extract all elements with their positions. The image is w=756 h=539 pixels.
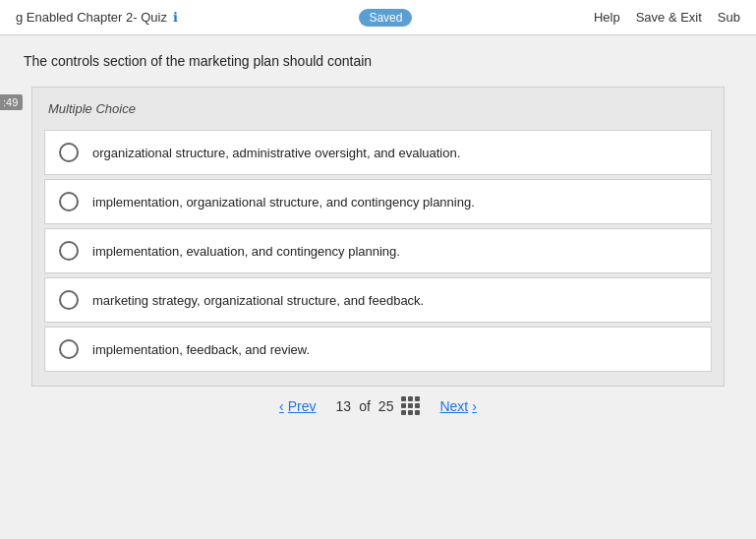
radio-d[interactable] [59, 290, 79, 310]
bottom-nav: ‹ Prev 13 of 25 Next › [0, 387, 756, 421]
prev-arrow-icon: ‹ [279, 398, 284, 414]
option-d[interactable]: marketing strategy, organizational struc… [44, 277, 712, 323]
top-bar: g Enabled Chapter 2- Quiz ℹ Saved Help S… [0, 0, 756, 35]
grid-menu-icon[interactable] [401, 396, 420, 415]
option-e-text: implementation, feedback, and review. [92, 342, 310, 357]
next-label: Next [439, 398, 468, 414]
help-button[interactable]: Help [594, 10, 620, 25]
radio-c[interactable] [59, 241, 79, 261]
option-b-text: implementation, organizational structure… [92, 195, 475, 210]
saved-badge: Saved [359, 9, 412, 27]
quiz-card: Multiple Choice organizational structure… [31, 87, 725, 387]
radio-e[interactable] [59, 339, 79, 359]
radio-a[interactable] [59, 143, 79, 162]
info-icon[interactable]: ℹ [173, 10, 178, 25]
save-exit-button[interactable]: Save & Exit [636, 10, 702, 25]
next-button[interactable]: Next › [439, 398, 476, 414]
option-a[interactable]: organizational structure, administrative… [44, 130, 712, 175]
question-section: The controls section of the marketing pl… [0, 35, 756, 87]
prev-button[interactable]: ‹ Prev [279, 398, 316, 414]
breadcrumb-area: g Enabled Chapter 2- Quiz ℹ [16, 10, 178, 25]
submit-button[interactable]: Sub [718, 10, 740, 25]
timer-badge: :49 [0, 94, 23, 110]
option-b[interactable]: implementation, organizational structure… [44, 179, 712, 224]
option-e[interactable]: implementation, feedback, and review. [44, 327, 712, 372]
saved-area: Saved [359, 9, 412, 27]
radio-b[interactable] [59, 192, 79, 211]
top-actions: Help Save & Exit Sub [594, 10, 740, 25]
option-d-text: marketing strategy, organizational struc… [92, 293, 424, 308]
total-pages: 25 [378, 398, 394, 414]
breadcrumb-text: g Enabled Chapter 2- Quiz [16, 10, 167, 25]
option-c[interactable]: implementation, evaluation, and continge… [44, 228, 712, 273]
page-info: 13 of 25 [336, 396, 421, 415]
option-a-text: organizational structure, administrative… [92, 146, 460, 160]
question-text: The controls section of the marketing pl… [24, 53, 732, 69]
option-c-text: implementation, evaluation, and continge… [92, 244, 400, 259]
question-type: Multiple Choice [32, 97, 724, 126]
prev-label: Prev [288, 398, 317, 414]
of-label: of [359, 398, 371, 414]
next-arrow-icon: › [472, 398, 477, 414]
current-page: 13 [336, 398, 352, 414]
